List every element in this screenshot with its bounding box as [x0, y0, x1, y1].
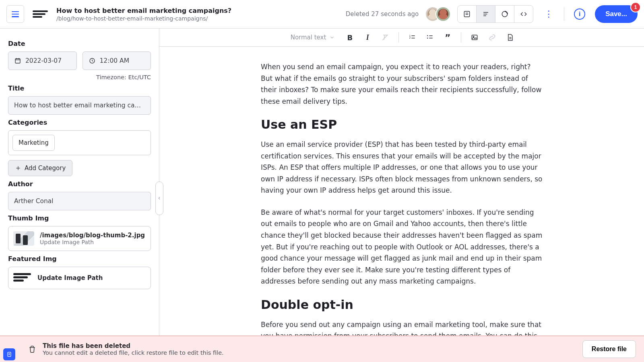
- thumb-preview: [13, 231, 34, 246]
- more-actions-button[interactable]: ⋮: [540, 5, 557, 23]
- heading[interactable]: Double opt-in: [261, 298, 543, 312]
- unordered-list-button[interactable]: [423, 31, 437, 44]
- text-style-select[interactable]: Normal text: [287, 34, 339, 41]
- insert-snippet-button[interactable]: [503, 31, 517, 44]
- app-logo[interactable]: [31, 5, 50, 23]
- date-value: 2022-03-07: [25, 57, 71, 64]
- bold-button[interactable]: B: [343, 31, 357, 44]
- timezone-label: Timezone: Etc/UTC: [8, 74, 151, 80]
- outline-view-tab[interactable]: [477, 6, 495, 23]
- text-style-label: Normal text: [291, 34, 326, 41]
- paragraph[interactable]: When you send an email campaign, you exp…: [261, 61, 543, 107]
- featured-action-label: Update Image Path: [37, 274, 103, 282]
- categories-box: Marketing: [8, 130, 151, 155]
- document-icon: [6, 351, 12, 358]
- code-view-icon: [520, 10, 528, 18]
- save-button-label: Save...: [605, 10, 627, 18]
- avatar[interactable]: [436, 6, 451, 22]
- field-label-featured: Featured Img: [8, 255, 151, 263]
- svg-text:2: 2: [409, 37, 411, 39]
- insert-link-button[interactable]: [485, 31, 499, 44]
- collaborator-avatars[interactable]: [425, 6, 451, 22]
- clock-icon: [89, 57, 96, 64]
- thumb-path: /images/blog/blog-thumb-2.jpg: [40, 232, 145, 239]
- ordered-list-button[interactable]: 12: [405, 31, 419, 44]
- italic-icon: I: [366, 33, 369, 42]
- paragraph[interactable]: Before you send out any campaign using a…: [261, 319, 543, 337]
- field-label-thumb: Thumb Img: [8, 214, 151, 222]
- clear-format-button[interactable]: [378, 31, 392, 44]
- bold-icon: B: [347, 33, 353, 42]
- title-input[interactable]: How to host better email marketing campa…: [8, 96, 151, 115]
- field-label-categories: Categories: [8, 119, 151, 126]
- svg-rect-7: [15, 59, 20, 63]
- document-body[interactable]: When you send an email campaign, you exp…: [261, 61, 543, 337]
- editor-scroll-area[interactable]: When you send an email campaign, you exp…: [159, 47, 644, 337]
- page-title: How to host better email marketing campa…: [56, 7, 339, 14]
- category-tag[interactable]: Marketing: [12, 135, 55, 151]
- deleted-banner-subtitle: You cannot edit a deleted file, click re…: [43, 350, 224, 356]
- main-area: Date 2022-03-07 12:00 AM Timezone: Etc/U…: [0, 29, 644, 337]
- restore-file-button[interactable]: Restore file: [582, 340, 636, 358]
- svg-rect-23: [472, 35, 477, 40]
- featured-image-box[interactable]: Update Image Path: [8, 267, 151, 289]
- svg-rect-27: [8, 352, 11, 357]
- sidebar-collapse-handle[interactable]: [155, 181, 163, 215]
- ordered-list-icon: 12: [408, 33, 416, 41]
- svg-line-14: [383, 35, 388, 40]
- logo-glyph-icon: [33, 9, 48, 19]
- footer-quick-action[interactable]: [3, 348, 15, 360]
- snippet-icon: [506, 33, 514, 41]
- clear-format-icon: [381, 33, 389, 41]
- svg-rect-0: [464, 11, 469, 16]
- restore-button-label: Restore file: [592, 346, 627, 352]
- add-category-label: Add Category: [25, 165, 66, 172]
- metadata-sidebar: Date 2022-03-07 12:00 AM Timezone: Etc/U…: [0, 29, 159, 337]
- save-button[interactable]: Save... 1: [595, 5, 638, 23]
- italic-button[interactable]: I: [361, 31, 374, 44]
- heading[interactable]: Use an ESP: [261, 117, 543, 132]
- main-menu-button[interactable]: [6, 5, 24, 23]
- toolbar-separator: [461, 32, 461, 43]
- field-label-date: Date: [8, 40, 151, 47]
- time-input[interactable]: 12:00 AM: [83, 51, 151, 70]
- divider: [564, 7, 564, 21]
- status-text: Deleted 27 seconds ago: [346, 10, 419, 18]
- status-dashboard-tab[interactable]: [495, 6, 514, 23]
- outline-view-icon: [482, 10, 490, 18]
- code-view-tab[interactable]: [514, 6, 533, 23]
- save-badge: 1: [630, 2, 641, 12]
- view-switcher: [457, 5, 533, 23]
- chevron-down-icon: [329, 35, 335, 40]
- info-button[interactable]: i: [571, 5, 588, 23]
- trash-icon: [28, 345, 36, 354]
- field-label-author: Author: [8, 180, 151, 188]
- title-block: How to host better email marketing campa…: [56, 7, 339, 22]
- info-icon: i: [574, 8, 585, 20]
- blockquote-button[interactable]: ”: [441, 31, 454, 44]
- paragraph[interactable]: Use an email service provider (ESP) that…: [261, 139, 543, 196]
- toolbar-separator: [398, 32, 399, 43]
- editor-panel: Normal text B I 12 ”: [159, 29, 644, 337]
- thumb-image-box[interactable]: /images/blog/blog-thumb-2.jpg Update Ima…: [8, 226, 151, 251]
- deleted-banner-title: This file has been deleted: [43, 342, 224, 350]
- date-input[interactable]: 2022-03-07: [8, 51, 77, 70]
- insert-image-button[interactable]: [468, 31, 481, 44]
- plus-icon: [15, 165, 21, 171]
- paragraph[interactable]: Be aware of what's normal for your targe…: [261, 207, 543, 287]
- author-input[interactable]: Arther Conal: [8, 192, 151, 210]
- add-category-button[interactable]: Add Category: [8, 160, 72, 176]
- title-value: How to host better email marketing campa…: [14, 102, 145, 109]
- svg-point-20: [427, 37, 428, 39]
- author-value: Arther Conal: [14, 197, 145, 205]
- hamburger-icon: [12, 11, 19, 17]
- field-label-title: Title: [8, 84, 151, 92]
- content-view-tab[interactable]: [458, 6, 477, 23]
- placeholder-logo-icon: [13, 272, 32, 284]
- thumb-subtitle: Update Image Path: [40, 239, 145, 245]
- calendar-icon: [14, 57, 21, 64]
- blockquote-icon: ”: [445, 35, 450, 40]
- chevron-left-icon: [157, 195, 161, 201]
- top-bar: How to host better email marketing campa…: [0, 0, 644, 29]
- svg-point-19: [427, 35, 428, 37]
